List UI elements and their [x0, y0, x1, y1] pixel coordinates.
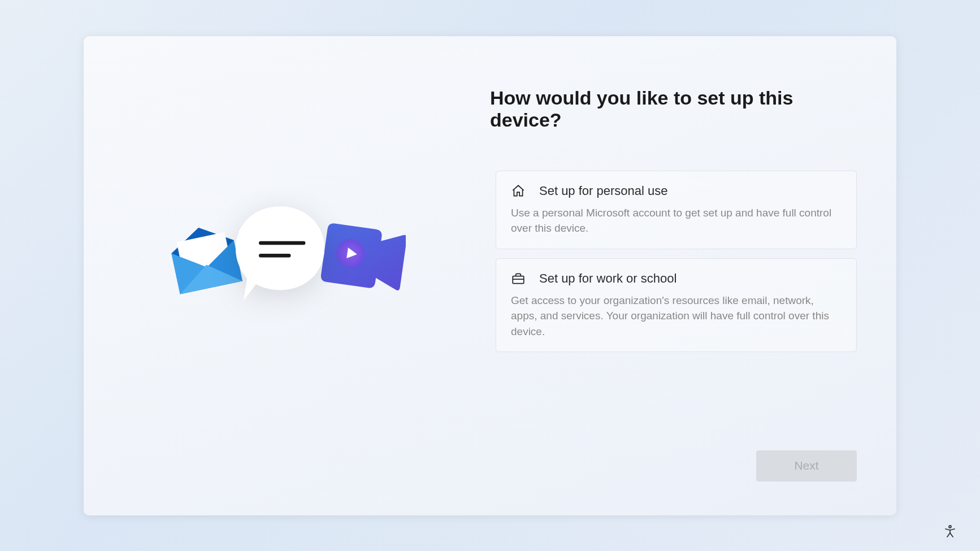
setup-dialog: How would you like to set up this device… [84, 36, 896, 515]
page-title: How would you like to set up this device… [490, 87, 857, 131]
footer-actions: Next [490, 450, 857, 493]
next-button[interactable]: Next [756, 450, 857, 481]
svg-point-4 [949, 526, 951, 528]
option-work-desc: Get access to your organization's resour… [511, 293, 842, 340]
option-header: Set up for work or school [511, 271, 842, 286]
chat-bubble-icon [228, 201, 332, 306]
option-work-title: Set up for work or school [539, 271, 677, 286]
briefcase-icon [511, 271, 526, 286]
home-icon [511, 184, 526, 198]
accessibility-button[interactable] [940, 522, 960, 541]
option-personal-use[interactable]: Set up for personal use Use a personal M… [496, 171, 857, 249]
setup-options: Set up for personal use Use a personal M… [496, 171, 857, 353]
option-personal-desc: Use a personal Microsoft account to get … [511, 205, 842, 236]
illustration-panel [84, 36, 490, 515]
content-panel: How would you like to set up this device… [490, 36, 896, 515]
option-personal-title: Set up for personal use [539, 184, 667, 198]
hero-illustration [168, 191, 406, 338]
option-header: Set up for personal use [511, 184, 842, 198]
accessibility-icon [943, 524, 957, 538]
option-work-school[interactable]: Set up for work or school Get access to … [496, 258, 857, 353]
svg-rect-3 [513, 276, 524, 283]
